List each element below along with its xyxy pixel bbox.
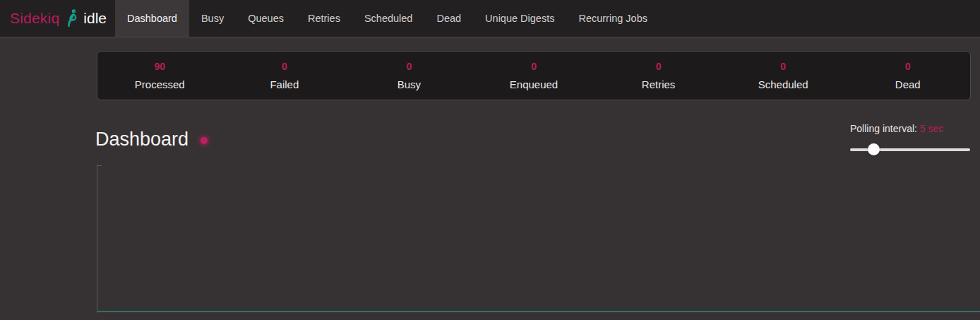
sidekiq-logo-icon xyxy=(66,9,78,28)
nav-item-scheduled[interactable]: Scheduled xyxy=(352,0,425,37)
stat-retries-value: 0 xyxy=(656,61,662,72)
brand-name: Sidekiq xyxy=(10,10,59,27)
stat-enqueued: 0 Enqueued xyxy=(472,61,597,90)
stat-dead: 0 Dead xyxy=(845,61,970,90)
stat-retries-label: Retries xyxy=(642,78,676,90)
brand[interactable]: Sidekiq idle xyxy=(0,0,115,37)
stat-failed-value: 0 xyxy=(282,61,287,72)
stat-busy-value: 0 xyxy=(407,61,412,72)
stat-dead-label: Dead xyxy=(895,78,921,90)
stat-scheduled-value: 0 xyxy=(780,61,786,72)
process-status-text: idle xyxy=(83,10,107,27)
polling-interval-text: Polling interval: 5 sec xyxy=(850,123,970,134)
nav-item-dead[interactable]: Dead xyxy=(424,0,473,37)
polling-interval-label: Polling interval: xyxy=(850,123,917,134)
stat-scheduled: 0 Scheduled xyxy=(721,61,846,90)
nav-item-busy[interactable]: Busy xyxy=(189,0,236,37)
nav-item-recurring-jobs[interactable]: Recurring Jobs xyxy=(566,0,659,37)
polling-interval-slider[interactable] xyxy=(850,143,970,155)
stat-enqueued-label: Enqueued xyxy=(510,78,558,90)
page-heading: Dashboard xyxy=(95,129,208,150)
stat-dead-value: 0 xyxy=(905,61,911,72)
polling-interval-control: Polling interval: 5 sec xyxy=(850,123,970,155)
navbar: Sidekiq idle Dashboard Busy Queues Retri… xyxy=(0,0,980,37)
nav-item-unique-digests[interactable]: Unique Digests xyxy=(473,0,566,37)
stat-failed-label: Failed xyxy=(270,78,299,90)
nav-items: Dashboard Busy Queues Retries Scheduled … xyxy=(115,0,659,37)
live-beacon-icon xyxy=(201,137,208,144)
graph-y-axis xyxy=(97,165,97,313)
nav-item-dashboard[interactable]: Dashboard xyxy=(115,0,189,37)
realtime-graph xyxy=(97,165,980,313)
stat-processed: 90 Processed xyxy=(97,61,222,90)
stat-scheduled-label: Scheduled xyxy=(758,78,808,90)
slider-thumb[interactable] xyxy=(868,143,880,155)
stat-busy-label: Busy xyxy=(398,78,421,90)
stat-retries: 0 Retries xyxy=(596,61,721,90)
stat-busy: 0 Busy xyxy=(347,61,472,90)
stat-failed: 0 Failed xyxy=(222,61,347,90)
graph-processed-line xyxy=(97,311,980,312)
stat-enqueued-value: 0 xyxy=(531,61,537,72)
summary-bar: 90 Processed 0 Failed 0 Busy 0 Enqueued … xyxy=(97,51,971,100)
page-title: Dashboard xyxy=(95,129,189,150)
stat-processed-label: Processed xyxy=(135,78,185,90)
polling-interval-value: 5 sec xyxy=(920,123,943,134)
stat-processed-value: 90 xyxy=(155,61,166,72)
graph-y-axis-tick xyxy=(97,165,102,166)
nav-item-retries[interactable]: Retries xyxy=(296,0,352,37)
nav-item-queues[interactable]: Queues xyxy=(236,0,296,37)
